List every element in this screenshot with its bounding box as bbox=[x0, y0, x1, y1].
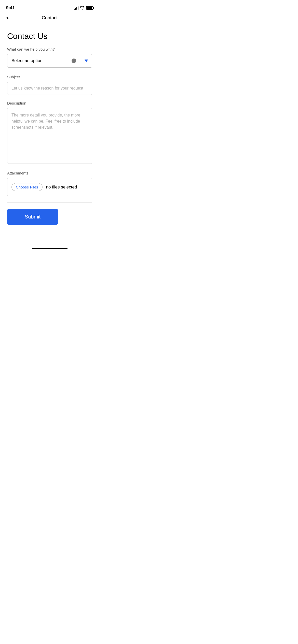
select-wrapper: Select an option bbox=[7, 54, 92, 68]
page-title: Contact Us bbox=[7, 32, 92, 41]
description-label: Description bbox=[7, 101, 92, 105]
submit-button[interactable]: Submit bbox=[7, 209, 58, 225]
divider bbox=[7, 202, 92, 203]
description-textarea[interactable] bbox=[7, 108, 92, 164]
subject-label: Subject bbox=[7, 75, 92, 79]
wifi-icon bbox=[80, 6, 85, 10]
chevron-down-icon bbox=[85, 60, 88, 62]
battery-icon bbox=[86, 6, 93, 10]
attachments-box: Choose Files no files selected bbox=[7, 178, 92, 196]
help-label: What can we help you with? bbox=[7, 47, 92, 51]
attachments-label: Attachments bbox=[7, 171, 92, 175]
select-dot-icon bbox=[72, 58, 76, 63]
subject-section: Subject bbox=[7, 75, 92, 95]
status-bar: 9:41 bbox=[0, 0, 99, 12]
status-time: 9:41 bbox=[6, 5, 15, 10]
select-placeholder: Select an option bbox=[11, 58, 43, 63]
status-icons bbox=[74, 6, 93, 10]
choose-files-button[interactable]: Choose Files bbox=[11, 183, 43, 191]
home-indicator bbox=[0, 243, 99, 252]
signal-icon bbox=[74, 6, 78, 10]
select-option-dropdown[interactable]: Select an option bbox=[7, 54, 92, 68]
back-button[interactable]: < bbox=[5, 14, 10, 22]
subject-input[interactable] bbox=[7, 82, 92, 95]
no-files-text: no files selected bbox=[46, 185, 77, 190]
description-section: Description bbox=[7, 101, 92, 165]
topic-section: What can we help you with? Select an opt… bbox=[7, 47, 92, 68]
nav-bar: < Contact bbox=[0, 12, 99, 24]
main-content: Contact Us What can we help you with? Se… bbox=[0, 24, 99, 232]
attachments-section: Attachments Choose Files no files select… bbox=[7, 171, 92, 196]
nav-title: Contact bbox=[42, 15, 58, 21]
home-bar bbox=[32, 248, 67, 249]
